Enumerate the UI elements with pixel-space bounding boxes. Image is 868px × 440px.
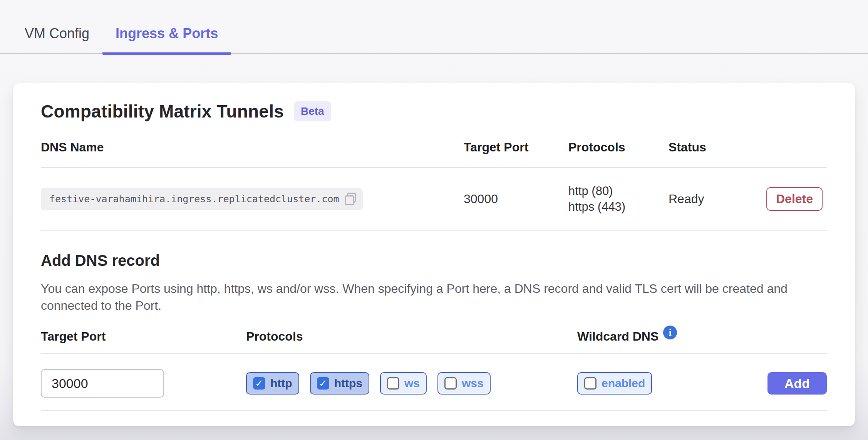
protocol-checkbox-http[interactable]: http — [246, 372, 299, 395]
form-header-wildcard-dns: Wildcard DNS i — [577, 329, 767, 344]
table-row: festive-varahamihira.ingress.replicatedc… — [41, 168, 827, 231]
protocols-cell: http (80) https (443) — [568, 183, 669, 215]
target-port-cell: 30000 — [464, 192, 568, 206]
tab-vm-config[interactable]: VM Config — [12, 22, 102, 55]
add-dns-form-row: http https ws wss enabled Add — [41, 354, 827, 411]
dns-name-cell: festive-varahamihira.ingress.replicatedc… — [41, 188, 464, 210]
checkbox-checked-icon[interactable] — [317, 377, 329, 390]
target-port-field-cell — [41, 369, 246, 398]
protocol-checkbox-wss[interactable]: wss — [437, 372, 491, 395]
protocol-checkbox-https[interactable]: https — [310, 372, 369, 395]
checkbox-unchecked-icon[interactable] — [444, 377, 457, 390]
beta-badge: Beta — [294, 101, 331, 121]
wildcard-dns-cell: enabled — [577, 372, 767, 395]
info-icon[interactable]: i — [663, 326, 677, 339]
wildcard-enabled-label: enabled — [602, 377, 645, 390]
protocol-label: https — [334, 377, 362, 390]
checkbox-unchecked-icon[interactable] — [387, 377, 399, 390]
add-button[interactable]: Add — [767, 372, 827, 395]
column-header-status: Status — [669, 140, 766, 155]
form-header-protocols: Protocols — [246, 329, 577, 344]
form-header-target-port: Target Port — [41, 329, 246, 344]
checkbox-unchecked-icon[interactable] — [584, 377, 597, 390]
column-header-protocols: Protocols — [568, 140, 669, 155]
tunnels-card: Compatibility Matrix Tunnels Beta DNS Na… — [13, 83, 855, 426]
add-dns-record-description: You can expose Ports using http, https, … — [41, 280, 827, 314]
protocol-checkbox-ws[interactable]: ws — [380, 372, 427, 395]
protocol-options: http https ws wss — [246, 372, 577, 395]
tab-bar: VM Config Ingress & Ports — [0, 22, 868, 54]
protocol-line-http: http (80) — [568, 183, 669, 199]
target-port-input[interactable] — [41, 369, 164, 398]
protocol-label: ws — [404, 377, 420, 390]
dns-name-value: festive-varahamihira.ingress.replicatedc… — [49, 193, 339, 205]
protocol-label: http — [270, 377, 292, 390]
delete-button[interactable]: Delete — [766, 187, 823, 211]
status-cell: Ready — [669, 192, 766, 206]
tab-ingress-ports[interactable]: Ingress & Ports — [102, 22, 231, 55]
dns-name-badge: festive-varahamihira.ingress.replicatedc… — [41, 188, 363, 210]
add-dns-form-header: Target Port Protocols Wildcard DNS i — [41, 329, 827, 354]
card-title-row: Compatibility Matrix Tunnels Beta — [41, 101, 827, 122]
checkbox-checked-icon[interactable] — [253, 377, 265, 390]
tunnels-table-header: DNS Name Target Port Protocols Status — [41, 140, 827, 168]
add-dns-record-title: Add DNS record — [41, 252, 827, 269]
protocol-line-https: https (443) — [568, 199, 669, 215]
wildcard-dns-label: Wildcard DNS — [577, 329, 659, 344]
page-title: Compatibility Matrix Tunnels — [41, 101, 284, 122]
copy-icon[interactable] — [345, 193, 356, 205]
wildcard-enabled-checkbox[interactable]: enabled — [577, 372, 652, 395]
column-header-dns-name: DNS Name — [41, 140, 464, 155]
protocol-label: wss — [462, 377, 484, 390]
column-header-target-port: Target Port — [464, 140, 568, 155]
